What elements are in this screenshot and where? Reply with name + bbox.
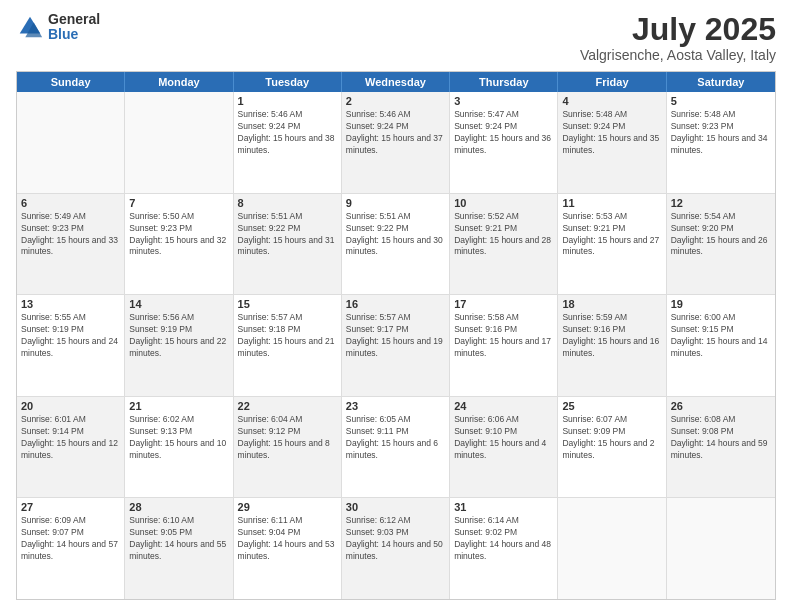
day-number-27: 27 bbox=[21, 501, 120, 513]
table-row: 15Sunrise: 5:57 AMSunset: 9:18 PMDayligh… bbox=[234, 295, 342, 396]
table-row: 16Sunrise: 5:57 AMSunset: 9:17 PMDayligh… bbox=[342, 295, 450, 396]
day-info-31: Sunrise: 6:14 AMSunset: 9:02 PMDaylight:… bbox=[454, 515, 553, 563]
day-number-5: 5 bbox=[671, 95, 771, 107]
table-row: 7Sunrise: 5:50 AMSunset: 9:23 PMDaylight… bbox=[125, 194, 233, 295]
page: General Blue July 2025 Valgrisenche, Aos… bbox=[0, 0, 792, 612]
day-number-9: 9 bbox=[346, 197, 445, 209]
day-number-10: 10 bbox=[454, 197, 553, 209]
day-info-22: Sunrise: 6:04 AMSunset: 9:12 PMDaylight:… bbox=[238, 414, 337, 462]
table-row: 27Sunrise: 6:09 AMSunset: 9:07 PMDayligh… bbox=[17, 498, 125, 599]
day-number-29: 29 bbox=[238, 501, 337, 513]
logo-text: General Blue bbox=[48, 12, 100, 43]
day-number-3: 3 bbox=[454, 95, 553, 107]
day-info-12: Sunrise: 5:54 AMSunset: 9:20 PMDaylight:… bbox=[671, 211, 771, 259]
day-info-3: Sunrise: 5:47 AMSunset: 9:24 PMDaylight:… bbox=[454, 109, 553, 157]
table-row: 20Sunrise: 6:01 AMSunset: 9:14 PMDayligh… bbox=[17, 397, 125, 498]
header-day-tuesday: Tuesday bbox=[234, 72, 342, 92]
day-info-25: Sunrise: 6:07 AMSunset: 9:09 PMDaylight:… bbox=[562, 414, 661, 462]
day-info-30: Sunrise: 6:12 AMSunset: 9:03 PMDaylight:… bbox=[346, 515, 445, 563]
day-number-4: 4 bbox=[562, 95, 661, 107]
day-number-23: 23 bbox=[346, 400, 445, 412]
day-info-4: Sunrise: 5:48 AMSunset: 9:24 PMDaylight:… bbox=[562, 109, 661, 157]
table-row: 9Sunrise: 5:51 AMSunset: 9:22 PMDaylight… bbox=[342, 194, 450, 295]
calendar-row-3: 20Sunrise: 6:01 AMSunset: 9:14 PMDayligh… bbox=[17, 396, 775, 498]
table-row: 1Sunrise: 5:46 AMSunset: 9:24 PMDaylight… bbox=[234, 92, 342, 193]
table-row: 29Sunrise: 6:11 AMSunset: 9:04 PMDayligh… bbox=[234, 498, 342, 599]
day-info-17: Sunrise: 5:58 AMSunset: 9:16 PMDaylight:… bbox=[454, 312, 553, 360]
day-number-28: 28 bbox=[129, 501, 228, 513]
day-number-22: 22 bbox=[238, 400, 337, 412]
day-number-26: 26 bbox=[671, 400, 771, 412]
header-day-thursday: Thursday bbox=[450, 72, 558, 92]
logo-blue-text: Blue bbox=[48, 27, 100, 42]
table-row: 26Sunrise: 6:08 AMSunset: 9:08 PMDayligh… bbox=[667, 397, 775, 498]
day-info-5: Sunrise: 5:48 AMSunset: 9:23 PMDaylight:… bbox=[671, 109, 771, 157]
header-day-sunday: Sunday bbox=[17, 72, 125, 92]
table-row: 21Sunrise: 6:02 AMSunset: 9:13 PMDayligh… bbox=[125, 397, 233, 498]
day-info-20: Sunrise: 6:01 AMSunset: 9:14 PMDaylight:… bbox=[21, 414, 120, 462]
table-row: 18Sunrise: 5:59 AMSunset: 9:16 PMDayligh… bbox=[558, 295, 666, 396]
day-info-28: Sunrise: 6:10 AMSunset: 9:05 PMDaylight:… bbox=[129, 515, 228, 563]
day-number-13: 13 bbox=[21, 298, 120, 310]
calendar-body: 1Sunrise: 5:46 AMSunset: 9:24 PMDaylight… bbox=[17, 92, 775, 599]
table-row: 11Sunrise: 5:53 AMSunset: 9:21 PMDayligh… bbox=[558, 194, 666, 295]
day-number-24: 24 bbox=[454, 400, 553, 412]
day-info-9: Sunrise: 5:51 AMSunset: 9:22 PMDaylight:… bbox=[346, 211, 445, 259]
table-row bbox=[558, 498, 666, 599]
table-row: 5Sunrise: 5:48 AMSunset: 9:23 PMDaylight… bbox=[667, 92, 775, 193]
table-row: 12Sunrise: 5:54 AMSunset: 9:20 PMDayligh… bbox=[667, 194, 775, 295]
calendar-row-0: 1Sunrise: 5:46 AMSunset: 9:24 PMDaylight… bbox=[17, 92, 775, 193]
table-row: 19Sunrise: 6:00 AMSunset: 9:15 PMDayligh… bbox=[667, 295, 775, 396]
day-info-7: Sunrise: 5:50 AMSunset: 9:23 PMDaylight:… bbox=[129, 211, 228, 259]
day-number-21: 21 bbox=[129, 400, 228, 412]
day-number-19: 19 bbox=[671, 298, 771, 310]
day-number-16: 16 bbox=[346, 298, 445, 310]
day-number-30: 30 bbox=[346, 501, 445, 513]
day-number-6: 6 bbox=[21, 197, 120, 209]
day-info-16: Sunrise: 5:57 AMSunset: 9:17 PMDaylight:… bbox=[346, 312, 445, 360]
table-row: 13Sunrise: 5:55 AMSunset: 9:19 PMDayligh… bbox=[17, 295, 125, 396]
table-row: 22Sunrise: 6:04 AMSunset: 9:12 PMDayligh… bbox=[234, 397, 342, 498]
header-day-monday: Monday bbox=[125, 72, 233, 92]
header: General Blue July 2025 Valgrisenche, Aos… bbox=[16, 12, 776, 63]
table-row: 24Sunrise: 6:06 AMSunset: 9:10 PMDayligh… bbox=[450, 397, 558, 498]
calendar-header: SundayMondayTuesdayWednesdayThursdayFrid… bbox=[17, 72, 775, 92]
day-info-29: Sunrise: 6:11 AMSunset: 9:04 PMDaylight:… bbox=[238, 515, 337, 563]
day-info-24: Sunrise: 6:06 AMSunset: 9:10 PMDaylight:… bbox=[454, 414, 553, 462]
day-info-14: Sunrise: 5:56 AMSunset: 9:19 PMDaylight:… bbox=[129, 312, 228, 360]
table-row: 17Sunrise: 5:58 AMSunset: 9:16 PMDayligh… bbox=[450, 295, 558, 396]
table-row: 2Sunrise: 5:46 AMSunset: 9:24 PMDaylight… bbox=[342, 92, 450, 193]
day-number-17: 17 bbox=[454, 298, 553, 310]
day-info-27: Sunrise: 6:09 AMSunset: 9:07 PMDaylight:… bbox=[21, 515, 120, 563]
day-number-14: 14 bbox=[129, 298, 228, 310]
day-number-7: 7 bbox=[129, 197, 228, 209]
calendar-row-2: 13Sunrise: 5:55 AMSunset: 9:19 PMDayligh… bbox=[17, 294, 775, 396]
table-row: 6Sunrise: 5:49 AMSunset: 9:23 PMDaylight… bbox=[17, 194, 125, 295]
day-info-21: Sunrise: 6:02 AMSunset: 9:13 PMDaylight:… bbox=[129, 414, 228, 462]
table-row: 28Sunrise: 6:10 AMSunset: 9:05 PMDayligh… bbox=[125, 498, 233, 599]
table-row: 14Sunrise: 5:56 AMSunset: 9:19 PMDayligh… bbox=[125, 295, 233, 396]
table-row: 30Sunrise: 6:12 AMSunset: 9:03 PMDayligh… bbox=[342, 498, 450, 599]
table-row bbox=[125, 92, 233, 193]
table-row: 31Sunrise: 6:14 AMSunset: 9:02 PMDayligh… bbox=[450, 498, 558, 599]
header-day-saturday: Saturday bbox=[667, 72, 775, 92]
calendar: SundayMondayTuesdayWednesdayThursdayFrid… bbox=[16, 71, 776, 600]
main-title: July 2025 bbox=[580, 12, 776, 47]
table-row: 10Sunrise: 5:52 AMSunset: 9:21 PMDayligh… bbox=[450, 194, 558, 295]
day-info-10: Sunrise: 5:52 AMSunset: 9:21 PMDaylight:… bbox=[454, 211, 553, 259]
header-day-friday: Friday bbox=[558, 72, 666, 92]
calendar-row-4: 27Sunrise: 6:09 AMSunset: 9:07 PMDayligh… bbox=[17, 497, 775, 599]
day-number-12: 12 bbox=[671, 197, 771, 209]
table-row: 3Sunrise: 5:47 AMSunset: 9:24 PMDaylight… bbox=[450, 92, 558, 193]
table-row bbox=[17, 92, 125, 193]
day-info-2: Sunrise: 5:46 AMSunset: 9:24 PMDaylight:… bbox=[346, 109, 445, 157]
table-row: 23Sunrise: 6:05 AMSunset: 9:11 PMDayligh… bbox=[342, 397, 450, 498]
day-number-31: 31 bbox=[454, 501, 553, 513]
header-day-wednesday: Wednesday bbox=[342, 72, 450, 92]
day-number-8: 8 bbox=[238, 197, 337, 209]
table-row: 4Sunrise: 5:48 AMSunset: 9:24 PMDaylight… bbox=[558, 92, 666, 193]
logo-icon bbox=[16, 13, 44, 41]
day-info-1: Sunrise: 5:46 AMSunset: 9:24 PMDaylight:… bbox=[238, 109, 337, 157]
day-number-25: 25 bbox=[562, 400, 661, 412]
day-info-6: Sunrise: 5:49 AMSunset: 9:23 PMDaylight:… bbox=[21, 211, 120, 259]
